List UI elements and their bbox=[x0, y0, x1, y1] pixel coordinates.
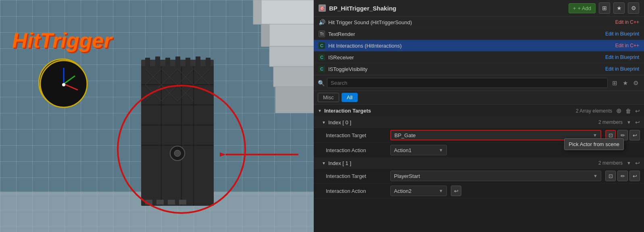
target-action-btns-1: ⊡ ✏ ↩ bbox=[605, 171, 640, 181]
properties-panel: ▼ Interaction Targets 2 Array elements ⊕… bbox=[314, 105, 644, 232]
right-panel: 🎯 BP_HitTrigger_Shaking + + Add ⊞ ★ ⚙ 🔊 … bbox=[314, 0, 644, 232]
filter-misc[interactable]: Misc bbox=[318, 93, 339, 102]
svg-rect-35 bbox=[179, 200, 186, 205]
component-row-isreceiver[interactable]: C ISReceiver Edit in Blueprint bbox=[314, 52, 644, 63]
component-icon-isreceiver: C bbox=[319, 54, 325, 61]
index-0-header[interactable]: ▼ Index [ 0 ] 2 members ▼ ↩ bbox=[314, 117, 644, 128]
action1-dropdown[interactable]: Action1 ▼ bbox=[390, 145, 447, 155]
index-1-expand-icon: ▼ bbox=[627, 161, 631, 165]
add-button[interactable]: + + Add bbox=[569, 3, 596, 13]
svg-point-31 bbox=[174, 150, 181, 157]
action-action-btns-1: ↩ bbox=[451, 186, 461, 196]
viewport-panel: HitTrigger bbox=[0, 0, 314, 232]
index-0-meta: 2 members bbox=[598, 119, 623, 125]
index-1-meta: 2 members bbox=[598, 160, 623, 166]
edit-cpp-sound[interactable]: Edit in C++ bbox=[615, 19, 639, 25]
edit-blueprint-isreceiver[interactable]: Edit in Blueprint bbox=[605, 54, 639, 60]
prop-row-interaction-target-0: Interaction Target BP_Gate ▼ ⊡ ✏ ↩ Pick … bbox=[314, 128, 644, 143]
dropdown-chevron-1: ▼ bbox=[593, 173, 598, 178]
component-name-sound: Hit Trigger Sound (HitTriggerSound) bbox=[328, 19, 412, 25]
array-count: 2 Array elements bbox=[576, 108, 612, 114]
index-1-chevron: ▼ bbox=[322, 161, 326, 165]
settings-button[interactable]: ⚙ bbox=[628, 2, 639, 14]
audio-icon: 🔊 bbox=[319, 19, 325, 25]
star-button[interactable]: ★ bbox=[613, 2, 625, 14]
component-left-sound: 🔊 Hit Trigger Sound (HitTriggerSound) bbox=[319, 19, 412, 25]
svg-rect-40 bbox=[175, 56, 180, 68]
svg-marker-5 bbox=[253, 0, 261, 24]
prop-value-target-1: PlayerStart ▼ ⊡ ✏ ↩ bbox=[390, 171, 640, 181]
index-1-header[interactable]: ▼ Index [ 1 ] 2 members ▼ ↩ bbox=[314, 158, 644, 169]
layout-button[interactable]: ⊞ bbox=[599, 2, 610, 14]
edit-cpp-hitinteractions[interactable]: Edit in C++ bbox=[615, 43, 639, 48]
svg-point-48 bbox=[62, 83, 65, 86]
action-dropdown-chevron-1: ▼ bbox=[439, 188, 443, 193]
index-1-left: ▼ Index [ 1 ] bbox=[322, 160, 351, 166]
component-icon-hitinteractions: C bbox=[319, 42, 325, 49]
prop-row-interaction-action-1: Interaction Action Action2 ▼ ↩ bbox=[314, 184, 644, 199]
settings-filter-icon[interactable]: ⚙ bbox=[631, 79, 640, 88]
header: 🎯 BP_HitTrigger_Shaking + + Add ⊞ ★ ⚙ bbox=[314, 0, 644, 17]
edit-asset-btn-1[interactable]: ✏ bbox=[617, 171, 628, 181]
edit-blueprint-text[interactable]: Edit in Blueprint bbox=[605, 31, 639, 37]
section-chevron: ▼ bbox=[318, 109, 322, 113]
component-left-hitinteractions: C Hit Interactions (HitInteractions) bbox=[319, 42, 402, 49]
plus-icon: + bbox=[573, 5, 576, 11]
svg-marker-6 bbox=[261, 24, 269, 46]
action2-value: Action2 bbox=[394, 188, 411, 194]
action-dropdown-chevron-0: ▼ bbox=[439, 148, 443, 153]
action2-dropdown[interactable]: Action2 ▼ bbox=[390, 186, 447, 196]
tooltip-pick-actor: Pick Actor from scene bbox=[564, 138, 624, 150]
section-left: ▼ Interaction Targets bbox=[318, 108, 371, 114]
component-left-istoggle: C ISToggleVisibility bbox=[319, 66, 367, 72]
undo-target-1-btn[interactable]: ↩ bbox=[629, 171, 640, 181]
component-row-sound[interactable]: 🔊 Hit Trigger Sound (HitTriggerSound) Ed… bbox=[314, 17, 644, 28]
undo-section-icon[interactable]: ↩ bbox=[635, 108, 640, 114]
dropdown-chevron-0: ▼ bbox=[593, 133, 597, 138]
star-filter-icon[interactable]: ★ bbox=[621, 79, 629, 88]
interaction-action-0-label: Interaction Action bbox=[326, 147, 390, 153]
delete-array-icon[interactable]: 🗑 bbox=[625, 108, 631, 114]
pick-actor-btn-1[interactable]: ⊡ bbox=[605, 171, 616, 181]
playerstart-dropdown[interactable]: PlayerStart ▼ bbox=[390, 171, 601, 181]
filter-tabs: Misc All bbox=[314, 91, 644, 105]
component-name-hitinteractions: Hit Interactions (HitInteractions) bbox=[328, 43, 402, 49]
interaction-targets-header[interactable]: ▼ Interaction Targets 2 Array elements ⊕… bbox=[314, 105, 644, 117]
grid-view-icon[interactable]: ⊞ bbox=[610, 79, 619, 88]
component-name-istoggle: ISToggleVisibility bbox=[328, 66, 367, 72]
add-array-icon[interactable]: ⊕ bbox=[616, 107, 621, 115]
index-0-left: ▼ Index [ 0 ] bbox=[322, 119, 351, 125]
hit-trigger-label: HitTrigger bbox=[12, 28, 112, 52]
undo-target-0-btn[interactable]: ↩ bbox=[629, 130, 640, 140]
component-row-istoggle[interactable]: C ISToggleVisibility Edit in Blueprint bbox=[314, 63, 644, 75]
component-list: 🔊 Hit Trigger Sound (HitTriggerSound) Ed… bbox=[314, 17, 644, 75]
component-left-isreceiver: C ISReceiver bbox=[319, 54, 354, 61]
search-icons: ⊞ ★ ⚙ bbox=[610, 79, 640, 88]
svg-rect-41 bbox=[185, 58, 190, 67]
component-row-text[interactable]: Tt TextRender Edit in Blueprint bbox=[314, 28, 644, 40]
edit-blueprint-istoggle[interactable]: Edit in Blueprint bbox=[605, 66, 639, 72]
index-0-undo-icon[interactable]: ↩ bbox=[635, 119, 640, 125]
undo-action-1-btn[interactable]: ↩ bbox=[451, 186, 461, 196]
index-1-undo-icon[interactable]: ↩ bbox=[635, 160, 640, 166]
svg-rect-43 bbox=[206, 58, 210, 67]
search-input[interactable] bbox=[327, 78, 608, 88]
svg-rect-33 bbox=[156, 200, 164, 205]
filter-all[interactable]: All bbox=[342, 93, 358, 102]
add-label: + Add bbox=[577, 5, 591, 11]
interaction-target-1-label: Interaction Target bbox=[326, 173, 390, 179]
action1-value: Action1 bbox=[394, 147, 411, 153]
text-icon: Tt bbox=[319, 31, 325, 37]
blueprint-icon: 🎯 bbox=[319, 4, 326, 12]
component-name-isreceiver: ISReceiver bbox=[328, 54, 354, 61]
search-bar: 🔍 ⊞ ★ ⚙ bbox=[314, 75, 644, 91]
svg-rect-37 bbox=[145, 58, 150, 67]
index-0-right: 2 members ▼ ↩ bbox=[598, 119, 640, 125]
gate-object bbox=[125, 56, 238, 226]
component-icon-istoggle: C bbox=[319, 66, 325, 72]
bp-gate-value: BP_Gate bbox=[394, 132, 416, 138]
component-row-hitinteractions[interactable]: C Hit Interactions (HitInteractions) Edi… bbox=[314, 40, 644, 52]
component-name-text: TextRender bbox=[328, 31, 355, 37]
index-1-title: Index [ 1 ] bbox=[328, 160, 351, 166]
svg-rect-8 bbox=[141, 65, 214, 206]
